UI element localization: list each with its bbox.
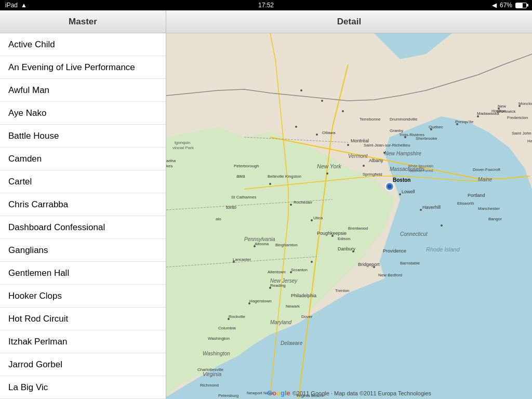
svg-text:Vermont: Vermont xyxy=(348,153,368,159)
map-image: Albany Boston Montréal Ottawa Trois-Rivi… xyxy=(166,33,532,399)
svg-text:Poughkeepsie: Poughkeepsie xyxy=(317,231,347,236)
svg-text:Terrebonne: Terrebonne xyxy=(360,117,381,122)
svg-text:Springfield: Springfield xyxy=(363,172,382,177)
list-item[interactable]: Jarrod Gorbel xyxy=(0,353,166,376)
svg-text:Brentwood: Brentwood xyxy=(348,226,368,231)
svg-text:Moncton: Moncton xyxy=(518,101,532,106)
svg-text:Barnstable: Barnstable xyxy=(400,261,420,265)
google-logo: Google xyxy=(267,389,290,397)
svg-point-38 xyxy=(300,89,302,91)
svg-text:Providence: Providence xyxy=(383,248,406,254)
svg-text:Binghamton: Binghamton xyxy=(275,243,298,247)
svg-text:Haverhill: Haverhill xyxy=(422,205,441,210)
svg-text:National Forest: National Forest xyxy=(408,169,433,172)
svg-text:Newark: Newark xyxy=(286,304,300,309)
svg-text:Reading: Reading xyxy=(270,283,286,288)
svg-text:Danbury: Danbury xyxy=(338,246,356,251)
svg-text:Belleville Kingston: Belleville Kingston xyxy=(268,174,301,179)
list-item[interactable]: Cartel xyxy=(0,170,166,193)
svg-point-36 xyxy=(342,110,344,112)
list-item[interactable]: Awful Man xyxy=(0,79,166,102)
svg-text:New York: New York xyxy=(317,163,341,169)
svg-text:Presqu'île: Presqu'île xyxy=(455,119,474,124)
svg-text:Lancaster: Lancaster xyxy=(233,257,251,262)
svg-text:vincial Park: vincial Park xyxy=(172,145,194,150)
list-item[interactable]: Hot Rod Circuit xyxy=(0,308,166,330)
svg-text:Fredericton: Fredericton xyxy=(507,115,528,120)
svg-text:Rochester: Rochester xyxy=(294,200,313,205)
svg-text:Scranton: Scranton xyxy=(291,268,308,272)
list-item[interactable]: An Evening of Live Performance xyxy=(0,56,166,79)
svg-text:Québec: Québec xyxy=(429,125,443,129)
svg-point-11 xyxy=(347,144,349,146)
svg-text:New Bedford: New Bedford xyxy=(378,273,402,277)
master-title: Master xyxy=(69,17,97,27)
svg-text:Utica: Utica xyxy=(313,216,323,220)
list-item[interactable]: Hooker Clops xyxy=(0,285,166,308)
svg-text:Lowell: Lowell xyxy=(402,189,415,194)
svg-text:Altoona: Altoona xyxy=(255,242,269,246)
svg-text:Edison: Edison xyxy=(338,236,350,241)
list-item[interactable]: Active Child xyxy=(0,33,166,56)
list-item[interactable]: La Big Vic xyxy=(0,376,166,399)
svg-text:Ellsworth: Ellsworth xyxy=(457,201,474,206)
svg-point-37 xyxy=(321,100,323,102)
master-list[interactable]: Active ChildAn Evening of Live Performan… xyxy=(0,33,166,399)
svg-point-13 xyxy=(295,126,297,128)
battery-icon xyxy=(515,3,527,8)
svg-point-21 xyxy=(290,204,292,206)
split-content: Active ChildAn Evening of Live Performan… xyxy=(0,33,532,399)
list-item[interactable]: Battle House xyxy=(0,125,166,148)
svg-text:Allentown: Allentown xyxy=(268,270,286,274)
svg-text:Maine: Maine xyxy=(478,177,493,182)
svg-text:Manchester: Manchester xyxy=(478,206,500,211)
svg-text:Rhode Island: Rhode Island xyxy=(426,246,460,252)
svg-text:Albany: Albany xyxy=(369,158,383,163)
battery-label: 67% xyxy=(500,2,512,9)
svg-point-40 xyxy=(388,184,392,189)
svg-text:tonto: tonto xyxy=(226,205,236,210)
list-item[interactable]: Dashboard Confessional xyxy=(0,216,166,239)
svg-text:alo: alo xyxy=(216,217,221,221)
svg-text:New: New xyxy=(498,104,506,109)
svg-text:Rockville: Rockville xyxy=(229,314,246,319)
svg-text:Dover: Dover xyxy=(301,314,313,319)
svg-text:Saint John: Saint John xyxy=(512,131,531,136)
svg-text:Columbia: Columbia xyxy=(218,326,236,330)
detail-title: Detail xyxy=(337,17,361,27)
list-item[interactable]: Camden xyxy=(0,148,166,170)
svg-text:artha: artha xyxy=(166,158,176,163)
svg-text:Halifa: Halifa xyxy=(527,139,532,143)
list-item[interactable]: Chris Carrabba xyxy=(0,193,166,216)
svg-text:Philadelphia: Philadelphia xyxy=(291,293,316,298)
svg-text:Peterborough: Peterborough xyxy=(234,164,259,168)
list-item[interactable]: Aye Nako xyxy=(0,102,166,125)
svg-text:kes: kes xyxy=(166,164,172,168)
svg-text:Connecticut: Connecticut xyxy=(400,231,428,237)
svg-text:Houlton: Houlton xyxy=(491,109,506,113)
svg-text:lgonquin: lgonquin xyxy=(175,140,190,145)
svg-text:Sherbrooke: Sherbrooke xyxy=(416,136,437,141)
svg-text:Drummondville: Drummondville xyxy=(390,117,418,122)
svg-text:Pennsylvania: Pennsylvania xyxy=(244,236,275,242)
svg-point-35 xyxy=(441,224,443,227)
list-item[interactable]: Itzhak Perlman xyxy=(0,330,166,353)
svg-text:Maryland: Maryland xyxy=(270,320,292,325)
split-header: Master Detail xyxy=(0,10,532,33)
wifi-icon: ▲ xyxy=(21,2,27,9)
svg-text:White Mountain: White Mountain xyxy=(408,164,434,168)
svg-text:Trenton: Trenton xyxy=(335,288,349,293)
svg-text:Bangor: Bangor xyxy=(488,217,502,221)
svg-text:Virginia: Virginia xyxy=(203,371,222,377)
svg-point-12 xyxy=(316,134,318,136)
svg-point-8 xyxy=(363,165,365,167)
list-item[interactable]: Ganglians xyxy=(0,239,166,262)
svg-text:Richmond: Richmond xyxy=(200,383,219,388)
map-attribution: Google ©2011 Google · Map data ©2011 Eur… xyxy=(267,389,431,397)
svg-text:New Hampshire: New Hampshire xyxy=(384,151,422,156)
svg-text:Bridgeport: Bridgeport xyxy=(358,262,380,267)
svg-text:Delaware: Delaware xyxy=(281,340,303,346)
svg-text:Saint-Jean-sur-Richellieu: Saint-Jean-sur-Richellieu xyxy=(364,143,410,148)
svg-text:Ottawa: Ottawa xyxy=(322,130,336,135)
list-item[interactable]: Gentlemen Hall xyxy=(0,262,166,285)
